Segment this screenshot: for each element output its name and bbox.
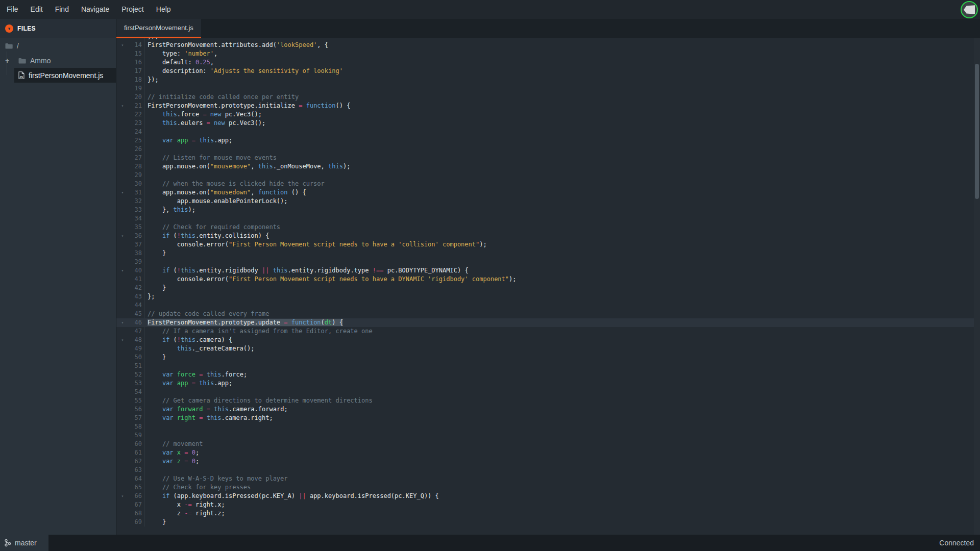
code-line-28[interactable]: 28 app.mouse.on("mousemove", this._onMou… <box>116 162 980 171</box>
expand-icon[interactable]: + <box>4 57 18 65</box>
code-line-text[interactable] <box>144 301 148 310</box>
code-line-text[interactable] <box>144 258 148 266</box>
code-line-15[interactable]: 15 type: 'number', <box>116 49 980 58</box>
code-line-text[interactable] <box>144 128 148 136</box>
code-line-16[interactable]: 16 default: 0.25, <box>116 58 980 67</box>
fold-toggle-icon[interactable]: ▾ <box>116 188 129 197</box>
code-line-44[interactable]: 44 <box>116 301 980 310</box>
code-line-69[interactable]: 69 } <box>116 518 980 527</box>
code-line-36[interactable]: ▾36 if (!this.entity.collision) { <box>116 232 980 240</box>
code-line-text[interactable] <box>144 84 148 93</box>
code-line-58[interactable]: 58 <box>116 422 980 431</box>
code-line-56[interactable]: 56 var forward = this.camera.forward; <box>116 405 980 414</box>
code-line-text[interactable]: this.force = new pc.Vec3(); <box>144 110 262 119</box>
code-line-26[interactable]: 26 <box>116 145 980 154</box>
code-line-63[interactable]: 63 <box>116 466 980 474</box>
code-line-text[interactable]: // Check for key presses <box>144 483 251 492</box>
code-line-text[interactable]: x -= right.x; <box>144 500 225 509</box>
code-line-text[interactable]: this.eulers = new pc.Vec3(); <box>144 119 265 128</box>
code-line-39[interactable]: 39 <box>116 258 980 266</box>
fold-toggle-icon[interactable]: ▾ <box>116 232 129 240</box>
code-line-text[interactable] <box>144 466 148 474</box>
code-line-40[interactable]: ▾40 if (!this.entity.rigidbody || this.e… <box>116 266 980 275</box>
code-line-38[interactable]: 38 } <box>116 249 980 258</box>
code-line-25[interactable]: 25 var app = this.app; <box>116 136 980 145</box>
code-line-46[interactable]: ▾46FirstPersonMovement.prototype.update … <box>116 318 980 327</box>
menu-item-edit[interactable]: Edit <box>24 0 49 19</box>
code-line-text[interactable]: z -= right.z; <box>144 509 225 518</box>
code-line-45[interactable]: 45// update code called every frame <box>116 310 980 318</box>
code-line-22[interactable]: 22 this.force = new pc.Vec3(); <box>116 110 980 119</box>
menu-item-find[interactable]: Find <box>49 0 75 19</box>
menu-item-project[interactable]: Project <box>115 0 150 19</box>
code-line-64[interactable]: 64 // Use W-A-S-D keys to move player <box>116 474 980 483</box>
menu-item-help[interactable]: Help <box>150 0 177 19</box>
code-line-text[interactable]: if (!this.entity.rigidbody || this.entit… <box>144 266 469 275</box>
fold-toggle-icon[interactable]: ▾ <box>116 266 129 275</box>
code-line-text[interactable] <box>144 431 148 440</box>
code-line-18[interactable]: 18}); <box>116 76 980 84</box>
code-line-31[interactable]: ▾31 app.mouse.on("mousedown", function (… <box>116 188 980 197</box>
code-line-text[interactable]: var app = this.app; <box>144 136 232 145</box>
code-line-68[interactable]: 68 z -= right.z; <box>116 509 980 518</box>
tree-item-firstpersonmovement-js[interactable]: JSfirstPersonMovement.js <box>0 68 116 83</box>
code-line-text[interactable]: default: 0.25, <box>144 58 214 67</box>
code-line-23[interactable]: 23 this.eulers = new pc.Vec3(); <box>116 119 980 128</box>
code-line-text[interactable]: } <box>144 284 166 292</box>
code-line-34[interactable]: 34 <box>116 214 980 223</box>
code-line-text[interactable]: // initialize code called once per entit… <box>144 93 299 102</box>
tab-firstpersonmovement-js[interactable]: firstPersonMovement.js <box>116 19 201 38</box>
files-collapse-icon[interactable]: ▾ <box>5 24 13 33</box>
code-line-text[interactable]: type: 'number', <box>144 49 217 58</box>
code-line-49[interactable]: 49 this._createCamera(); <box>116 344 980 353</box>
code-line-54[interactable]: 54 <box>116 388 980 396</box>
code-line-text[interactable] <box>144 362 148 370</box>
code-line-text[interactable] <box>144 214 148 223</box>
fold-toggle-icon[interactable]: ▾ <box>116 492 129 500</box>
code-line-text[interactable]: // Check for required components <box>144 223 280 232</box>
fold-toggle-icon[interactable]: ▾ <box>116 102 129 110</box>
code-line-text[interactable]: FirstPersonMovement.prototype.initialize… <box>144 102 350 110</box>
menu-item-navigate[interactable]: Navigate <box>75 0 115 19</box>
code-line-48[interactable]: ▾48 if (!this.camera) { <box>116 336 980 344</box>
code-line-14[interactable]: ▾14FirstPersonMovement.attributes.add('l… <box>116 41 980 49</box>
code-line-text[interactable]: } <box>144 518 166 527</box>
code-line-text[interactable]: this._createCamera(); <box>144 344 255 353</box>
code-line-text[interactable]: var force = this.force; <box>144 370 247 379</box>
git-branch-button[interactable]: master <box>0 535 48 551</box>
code-line-text[interactable]: // update code called every frame <box>144 310 269 318</box>
fold-toggle-icon[interactable]: ▾ <box>116 336 129 344</box>
tree-item-ammo[interactable]: +Ammo <box>0 53 116 68</box>
code-line-text[interactable]: // Get camera directions to determine mo… <box>144 396 373 405</box>
code-line-37[interactable]: 37 console.error("First Person Movement … <box>116 240 980 249</box>
code-line-text[interactable]: if (!this.camera) { <box>144 336 232 344</box>
code-line-66[interactable]: ▾66 if (app.keyboard.isPressed(pc.KEY_A)… <box>116 492 980 500</box>
code-line-43[interactable]: 43}; <box>116 292 980 301</box>
code-editor[interactable]: 13});▾14FirstPersonMovement.attributes.a… <box>116 38 980 535</box>
code-line-text[interactable]: if (!this.entity.collision) { <box>144 232 269 240</box>
code-line-text[interactable]: var x = 0; <box>144 448 199 457</box>
code-line-51[interactable]: 51 <box>116 362 980 370</box>
files-panel-header[interactable]: ▾ FILES <box>0 19 116 38</box>
code-line-24[interactable]: 24 <box>116 128 980 136</box>
code-line-27[interactable]: 27 // Listen for mouse move events <box>116 154 980 162</box>
vertical-scrollbar-track[interactable] <box>974 38 980 535</box>
code-line-text[interactable]: if (app.keyboard.isPressed(pc.KEY_A) || … <box>144 492 439 500</box>
code-line-text[interactable]: app.mouse.enablePointerLock(); <box>144 197 288 206</box>
code-line-57[interactable]: 57 var right = this.camera.right; <box>116 414 980 422</box>
code-line-65[interactable]: 65 // Check for key presses <box>116 483 980 492</box>
code-line-19[interactable]: 19 <box>116 84 980 93</box>
vertical-scrollbar-thumb[interactable] <box>975 64 979 199</box>
fold-toggle-icon[interactable]: ▾ <box>116 41 129 49</box>
code-line-55[interactable]: 55 // Get camera directions to determine… <box>116 396 980 405</box>
code-line-text[interactable] <box>144 171 148 180</box>
code-line-61[interactable]: 61 var x = 0; <box>116 448 980 457</box>
code-line-53[interactable]: 53 var app = this.app; <box>116 379 980 388</box>
code-line-text[interactable]: }; <box>144 292 155 301</box>
code-line-47[interactable]: 47 // If a camera isn't assigned from th… <box>116 327 980 336</box>
code-line-59[interactable]: 59 <box>116 431 980 440</box>
code-line-text[interactable]: app.mouse.on("mousedown", function () { <box>144 188 306 197</box>
user-avatar[interactable] <box>961 1 978 18</box>
code-line-text[interactable]: var z = 0; <box>144 457 199 466</box>
tree-item-root[interactable]: / <box>0 38 116 53</box>
